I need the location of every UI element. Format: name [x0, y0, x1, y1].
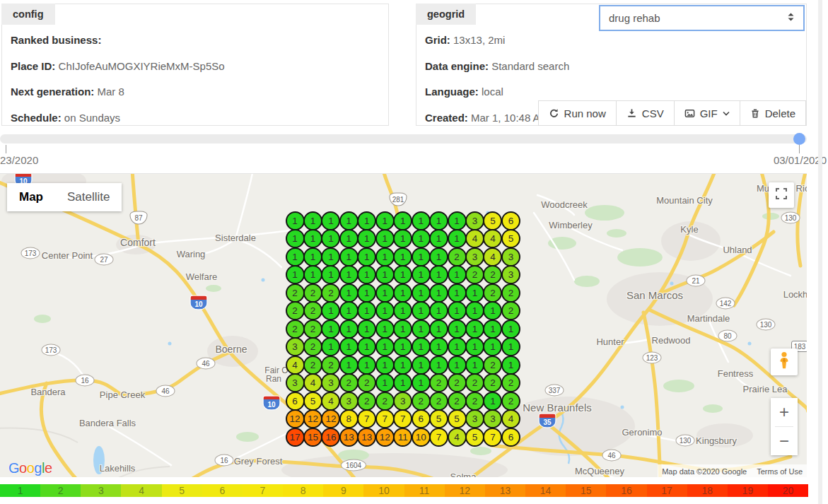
grid-rank-bubble[interactable]: 1	[429, 247, 448, 266]
grid-rank-bubble[interactable]: 2	[303, 337, 322, 356]
grid-rank-bubble[interactable]: 4	[483, 229, 502, 248]
grid-rank-bubble[interactable]: 1	[321, 337, 340, 356]
grid-rank-bubble[interactable]: 1	[357, 356, 376, 375]
grid-rank-bubble[interactable]: 1	[412, 337, 431, 356]
grid-rank-bubble[interactable]: 3	[393, 392, 412, 411]
grid-rank-bubble[interactable]: 1	[357, 229, 376, 248]
grid-rank-bubble[interactable]: 1	[375, 373, 395, 392]
grid-rank-bubble[interactable]: 1	[286, 229, 305, 248]
grid-rank-bubble[interactable]: 1	[393, 211, 412, 230]
grid-rank-bubble[interactable]: 1	[448, 301, 467, 320]
grid-rank-bubble[interactable]: 1	[412, 373, 431, 392]
grid-rank-bubble[interactable]: 5	[465, 428, 484, 447]
grid-rank-bubble[interactable]: 1	[393, 265, 412, 284]
grid-rank-bubble[interactable]: 7	[375, 409, 395, 428]
grid-rank-bubble[interactable]: 3	[501, 265, 520, 284]
grid-rank-bubble[interactable]: 1	[429, 211, 448, 230]
grid-rank-bubble[interactable]: 1	[321, 301, 340, 320]
grid-rank-bubble[interactable]: 17	[286, 428, 305, 447]
grid-rank-bubble[interactable]: 1	[465, 283, 484, 303]
map-type-satellite-button[interactable]: Satellite	[55, 183, 122, 211]
grid-rank-bubble[interactable]: 1	[465, 337, 484, 356]
grid-rank-bubble[interactable]: 1	[357, 265, 376, 284]
grid-rank-bubble[interactable]: 4	[448, 428, 467, 447]
grid-rank-bubble[interactable]: 1	[375, 211, 395, 230]
grid-rank-bubble[interactable]: 7	[357, 409, 376, 428]
grid-rank-bubble[interactable]: 1	[501, 337, 520, 356]
grid-rank-bubble[interactable]: 16	[321, 428, 340, 447]
grid-rank-bubble[interactable]: 1	[321, 320, 340, 339]
grid-rank-bubble[interactable]: 12	[375, 428, 395, 447]
grid-rank-bubble[interactable]: 12	[303, 409, 322, 428]
grid-rank-bubble[interactable]: 1	[429, 356, 448, 375]
grid-rank-bubble[interactable]: 4	[501, 409, 520, 428]
grid-rank-bubble[interactable]: 11	[393, 428, 412, 447]
map-canvas[interactable]: 1010103587281173271731646462114280130130…	[0, 173, 807, 477]
timeline-slider-handle[interactable]	[793, 133, 805, 145]
grid-rank-bubble[interactable]: 1	[448, 337, 467, 356]
grid-rank-bubble[interactable]: 2	[483, 373, 502, 392]
grid-rank-bubble[interactable]: 13	[339, 428, 358, 447]
grid-rank-bubble[interactable]: 1	[339, 356, 358, 375]
grid-rank-bubble[interactable]: 1	[429, 283, 448, 303]
grid-rank-bubble[interactable]: 8	[339, 409, 358, 428]
grid-rank-bubble[interactable]: 2	[483, 283, 502, 303]
grid-rank-bubble[interactable]: 1	[339, 211, 358, 230]
grid-rank-bubble[interactable]: 1	[483, 392, 502, 411]
grid-rank-bubble[interactable]: 1	[303, 229, 322, 248]
grid-rank-bubble[interactable]: 1	[429, 320, 448, 339]
terms-of-use-link[interactable]: Terms of Use	[757, 467, 803, 476]
grid-rank-bubble[interactable]: 5	[448, 409, 467, 428]
grid-rank-bubble[interactable]: 1	[429, 229, 448, 248]
grid-rank-bubble[interactable]: 1	[357, 247, 376, 266]
grid-rank-bubble[interactable]: 3	[465, 409, 484, 428]
google-logo[interactable]: Google	[8, 460, 52, 476]
grid-rank-bubble[interactable]: 1	[412, 211, 431, 230]
grid-rank-bubble[interactable]: 1	[448, 211, 467, 230]
grid-rank-bubble[interactable]: 1	[321, 247, 340, 266]
grid-rank-bubble[interactable]: 6	[412, 409, 431, 428]
pegman-button[interactable]	[771, 348, 798, 375]
grid-rank-bubble[interactable]: 1	[412, 301, 431, 320]
grid-rank-bubble[interactable]: 5	[483, 211, 502, 230]
grid-rank-bubble[interactable]: 15	[303, 428, 322, 447]
map-type-map-button[interactable]: Map	[7, 183, 55, 211]
grid-rank-bubble[interactable]: 1	[357, 320, 376, 339]
grid-rank-bubble[interactable]: 1	[321, 229, 340, 248]
grid-rank-bubble[interactable]: 2	[286, 283, 305, 303]
grid-rank-bubble[interactable]: 1	[375, 247, 395, 266]
grid-rank-bubble[interactable]: 10	[412, 428, 431, 447]
grid-rank-bubble[interactable]: 1	[375, 301, 395, 320]
grid-rank-bubble[interactable]: 2	[501, 283, 520, 303]
grid-rank-bubble[interactable]: 4	[465, 229, 484, 248]
grid-rank-bubble[interactable]: 12	[286, 409, 305, 428]
grid-rank-bubble[interactable]: 1	[375, 265, 395, 284]
grid-rank-bubble[interactable]: 1	[375, 356, 395, 375]
grid-rank-bubble[interactable]: 4	[303, 373, 322, 392]
grid-rank-bubble[interactable]: 1	[286, 265, 305, 284]
grid-rank-bubble[interactable]: 2	[465, 392, 484, 411]
grid-rank-bubble[interactable]: 1	[465, 356, 484, 375]
grid-rank-bubble[interactable]: 1	[412, 356, 431, 375]
grid-rank-bubble[interactable]: 5	[501, 229, 520, 248]
grid-rank-bubble[interactable]: 12	[321, 409, 340, 428]
grid-rank-bubble[interactable]: 1	[286, 211, 305, 230]
grid-rank-bubble[interactable]: 1	[393, 247, 412, 266]
grid-rank-bubble[interactable]: 5	[429, 409, 448, 428]
grid-rank-bubble[interactable]: 1	[339, 247, 358, 266]
grid-rank-bubble[interactable]: 1	[393, 356, 412, 375]
grid-rank-bubble[interactable]: 2	[483, 356, 502, 375]
grid-rank-bubble[interactable]: 1	[448, 265, 467, 284]
grid-rank-bubble[interactable]: 1	[339, 265, 358, 284]
grid-rank-bubble[interactable]: 2	[465, 265, 484, 284]
grid-rank-bubble[interactable]: 3	[465, 247, 484, 266]
grid-rank-bubble[interactable]: 2	[303, 301, 322, 320]
grid-rank-bubble[interactable]: 1	[429, 265, 448, 284]
grid-rank-bubble[interactable]: 4	[483, 247, 502, 266]
grid-rank-bubble[interactable]: 1	[483, 320, 502, 339]
grid-rank-bubble[interactable]: 1	[465, 320, 484, 339]
grid-rank-bubble[interactable]: 1	[375, 337, 395, 356]
grid-rank-bubble[interactable]: 2	[357, 392, 376, 411]
grid-rank-bubble[interactable]: 13	[357, 428, 376, 447]
grid-rank-bubble[interactable]: 1	[375, 229, 395, 248]
